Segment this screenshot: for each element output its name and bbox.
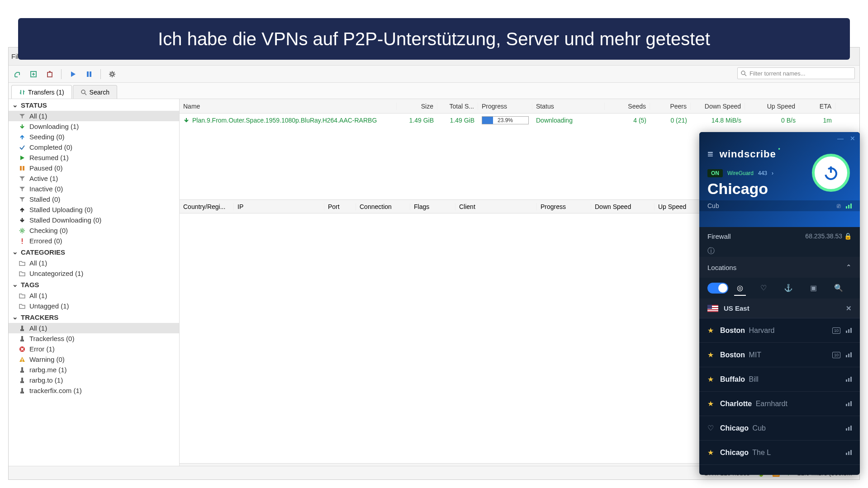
add-link-icon[interactable] [12, 69, 22, 79]
sidebar-item[interactable]: trackerfix.com (1) [9, 385, 179, 396]
sidebar-item[interactable]: All (1) [9, 290, 179, 301]
filter-input[interactable]: Filter torrent names... [737, 67, 855, 79]
add-torrent-icon[interactable] [28, 69, 38, 79]
section-status[interactable]: ⌄STATUS [9, 99, 179, 111]
server-nick: Cub [750, 424, 766, 432]
sidebar-item[interactable]: Seeding (0) [9, 132, 179, 142]
sidebar-item-label: Active (1) [29, 175, 58, 182]
peers-col[interactable]: IP [234, 203, 324, 210]
close-icon[interactable]: ✕ [846, 304, 852, 313]
settings-icon[interactable] [107, 69, 117, 79]
svg-rect-12 [21, 326, 23, 329]
peers-col[interactable]: Port [324, 203, 356, 210]
sidebar-item-label: Warning (0) [29, 355, 65, 363]
sidebar-item[interactable]: Resumed (1) [9, 152, 179, 163]
vpn-server-item[interactable]: ★Charlotte Earnhardt [699, 392, 860, 416]
torrent-row[interactable]: Plan.9.From.Outer.Space.1959.1080p.BluRa… [180, 114, 859, 127]
sidebar-item-label: Completed (0) [29, 143, 72, 151]
filter-icon [19, 113, 26, 120]
sidebar-item[interactable]: Stalled (0) [9, 194, 179, 204]
sidebar-item[interactable]: Errored (0) [9, 236, 179, 246]
section-tags[interactable]: ⌄TAGS [9, 279, 179, 290]
col-totals[interactable]: Total S... [437, 103, 478, 110]
sidebar-item[interactable]: Error (1) [9, 344, 179, 354]
vpn-toggle[interactable] [707, 283, 728, 294]
peers-col[interactable]: Progress [537, 203, 591, 210]
peers-col[interactable]: Flags [410, 203, 455, 210]
torrent-name: Plan.9.From.Outer.Space.1959.1080p.BluRa… [192, 117, 377, 124]
col-eta[interactable]: ETA [799, 103, 835, 110]
section-trackers[interactable]: ⌄TRACKERS [9, 311, 179, 323]
delete-icon[interactable] [45, 69, 55, 79]
locations-label: Locations [707, 264, 736, 271]
power-button[interactable] [812, 154, 850, 192]
peers-col[interactable]: Client [455, 203, 537, 210]
vpn-server-item[interactable]: ♡Chicago Cub [699, 416, 860, 441]
vpn-server-item[interactable]: ★Boston MIT10 [699, 343, 860, 367]
vpn-protocol: WireGuard [727, 170, 754, 176]
sidebar-item[interactable]: Paused (0) [9, 163, 179, 173]
col-size[interactable]: Size [397, 103, 437, 110]
vpn-server-item[interactable]: ★Buffalo Bill [699, 367, 860, 392]
heart-icon[interactable]: ♡ [758, 281, 769, 296]
vpn-region-header[interactable]: US East ✕ [699, 298, 860, 318]
sidebar-item-label: Downloading (1) [29, 123, 79, 130]
compass-icon[interactable]: ◎ [734, 281, 746, 296]
resume-icon[interactable] [68, 69, 78, 79]
sidebar-item[interactable]: Downloading (1) [9, 121, 179, 132]
vpn-server-item[interactable]: ★Boston Harvard10 [699, 318, 860, 343]
sidebar-item-label: Paused (0) [29, 164, 62, 172]
peers-col[interactable]: Down Speed [591, 203, 655, 210]
config-icon[interactable]: ▣ [807, 281, 820, 296]
col-progress[interactable]: Progress [478, 103, 532, 110]
vpn-locations-header[interactable]: Locations ⌃ [699, 257, 860, 278]
sidebar-item[interactable]: Active (1) [9, 173, 179, 184]
folder-icon [19, 292, 26, 299]
sidebar-item[interactable]: Trackerless (0) [9, 333, 179, 344]
upb-icon [19, 206, 26, 213]
sidebar-item[interactable]: All (1) [9, 111, 179, 121]
sidebar-item[interactable]: Stalled Downloading (0) [9, 215, 179, 225]
sidebar-item[interactable]: Warning (0) [9, 354, 179, 365]
folder-icon [19, 270, 26, 277]
svg-point-6 [81, 90, 85, 94]
sidebar-item[interactable]: rarbg.to (1) [9, 375, 179, 385]
close-icon[interactable]: ✕ [850, 135, 855, 142]
svg-rect-17 [22, 359, 23, 360]
vpn-server-list: ★Boston Harvard10★Boston MIT10★Buffalo B… [699, 318, 860, 465]
hamburger-icon[interactable]: ≡ [707, 148, 713, 160]
torrent-status: Downloading [532, 117, 605, 124]
col-status[interactable]: Status [532, 103, 605, 110]
minimize-icon[interactable]: — [837, 135, 844, 142]
peers-col[interactable]: Country/Regi... [180, 203, 234, 210]
anchor-icon[interactable]: ⚓ [781, 281, 796, 296]
col-down[interactable]: Down Speed [691, 103, 745, 110]
info-icon[interactable]: ⓘ [707, 246, 715, 256]
tab-search[interactable]: Search [73, 85, 117, 99]
sidebar-item[interactable]: All (1) [9, 258, 179, 268]
col-peers[interactable]: Peers [650, 103, 691, 110]
sidebar-item[interactable]: rarbg.me (1) [9, 365, 179, 375]
sidebar-item[interactable]: Uncategorized (1) [9, 268, 179, 279]
pause-icon[interactable] [84, 69, 94, 79]
sidebar-item[interactable]: Stalled Uploading (0) [9, 204, 179, 215]
sidebar-item[interactable]: Checking (0) [9, 225, 179, 236]
col-name[interactable]: Name [180, 103, 397, 110]
sidebar-item[interactable]: Completed (0) [9, 142, 179, 152]
vpn-sublocation-row: Cub ⎚ [699, 200, 860, 211]
col-seeds[interactable]: Seeds [605, 103, 650, 110]
search-icon[interactable]: 🔍 [831, 281, 846, 296]
section-categories[interactable]: ⌄CATEGORIES [9, 246, 179, 258]
up-icon [19, 133, 26, 141]
sidebar-item-label: trackerfix.com (1) [29, 387, 82, 394]
power-icon [822, 164, 840, 182]
peers-col[interactable]: Connection [356, 203, 410, 210]
lock-icon: 🔒 [844, 232, 852, 240]
col-up[interactable]: Up Speed [745, 103, 799, 110]
torrent-table-header: Name Size Total S... Progress Status See… [180, 99, 859, 114]
sidebar-item[interactable]: Untagged (1) [9, 301, 179, 311]
sidebar-item[interactable]: All (1) [9, 323, 179, 333]
tab-transfers[interactable]: Transfers (1) [11, 85, 72, 99]
sidebar-item[interactable]: Inactive (0) [9, 184, 179, 194]
vpn-server-item[interactable]: ★Chicago The L [699, 441, 860, 465]
